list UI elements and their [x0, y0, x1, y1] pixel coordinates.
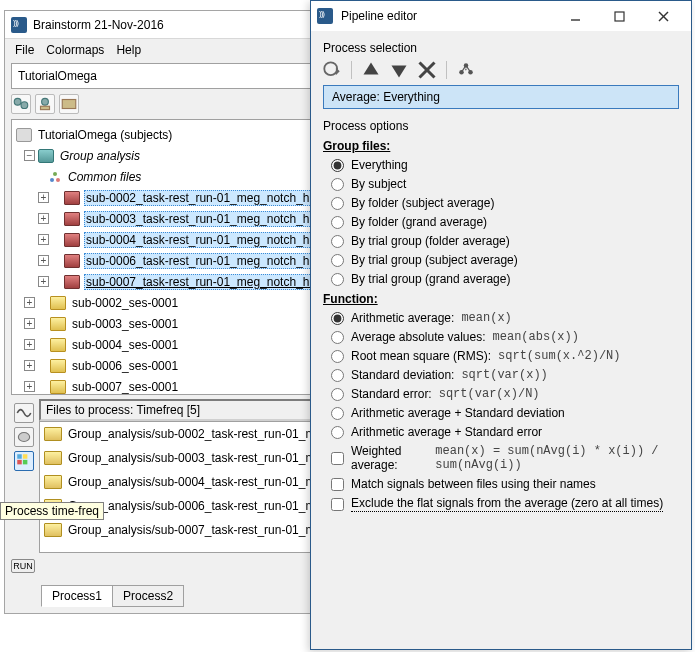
- folder-icon: [50, 296, 66, 310]
- filter-recordings-button[interactable]: [14, 403, 34, 423]
- expand-icon[interactable]: +: [24, 297, 35, 308]
- svg-point-2: [42, 98, 49, 105]
- selected-process[interactable]: Average: Everything: [323, 85, 679, 109]
- radio-by-trial-grand[interactable]: By trial group (grand average): [331, 272, 679, 286]
- file-label: Group_analysis/sub-0007_task-rest_run-01…: [68, 523, 322, 537]
- radio-everything[interactable]: Everything: [331, 158, 679, 172]
- timefreq-icon: [64, 254, 80, 268]
- radio-se[interactable]: Standard error: sqrt(var(x)/N): [331, 387, 679, 401]
- selected-process-label: Average: Everything: [332, 90, 440, 104]
- dialog-title: Pipeline editor: [341, 9, 553, 23]
- maximize-button[interactable]: [597, 1, 641, 31]
- radio-input[interactable]: [331, 197, 344, 210]
- svg-rect-10: [23, 454, 28, 459]
- radio-input[interactable]: [331, 273, 344, 286]
- radio-input[interactable]: [331, 369, 344, 382]
- radio-label: By trial group (folder average): [351, 234, 510, 248]
- view-studies-button[interactable]: [35, 94, 55, 114]
- radio-rms[interactable]: Root mean square (RMS): sqrt(sum(x.^2)/N…: [331, 349, 679, 363]
- radio-label: By subject: [351, 177, 406, 191]
- folder-icon: [50, 338, 66, 352]
- expand-icon[interactable]: +: [24, 318, 35, 329]
- expand-icon[interactable]: +: [38, 255, 49, 266]
- filter-sources-button[interactable]: [14, 427, 34, 447]
- radio-label: Arithmetic average:: [351, 311, 454, 325]
- expand-icon[interactable]: +: [38, 192, 49, 203]
- radio-avg-plus-se[interactable]: Arithmetic average + Standard error: [331, 425, 679, 439]
- svg-point-1: [21, 102, 28, 109]
- view-subjects-button[interactable]: [11, 94, 31, 114]
- checkbox-input[interactable]: [331, 452, 344, 465]
- collapse-icon[interactable]: −: [24, 150, 35, 161]
- minimize-button[interactable]: [553, 1, 597, 31]
- formula: mean(x) = sum(nAvg(i) * x(i)) / sum(nAvg…: [435, 444, 679, 472]
- radio-input[interactable]: [331, 312, 344, 325]
- folder-icon: [50, 380, 66, 394]
- check-match-signals[interactable]: Match signals between files using their …: [331, 477, 679, 491]
- dialog-titlebar[interactable]: Pipeline editor: [311, 1, 691, 31]
- view-protocols-button[interactable]: [59, 94, 79, 114]
- tab-process1[interactable]: Process1: [41, 585, 113, 607]
- radio-arithmetic-average[interactable]: Arithmetic average: mean(x): [331, 311, 679, 325]
- formula: mean(x): [461, 311, 511, 325]
- svg-rect-4: [62, 100, 76, 109]
- radio-input[interactable]: [331, 331, 344, 344]
- subject-label: sub-0003_ses-0001: [70, 316, 180, 332]
- pipeline-menu-button[interactable]: [457, 61, 475, 79]
- expand-icon[interactable]: +: [24, 381, 35, 392]
- expand-icon[interactable]: +: [24, 360, 35, 371]
- subject-label: sub-0006_ses-0001: [70, 358, 180, 374]
- run-button[interactable]: RUN: [11, 559, 35, 573]
- checkbox-input[interactable]: [331, 498, 344, 511]
- radio-input[interactable]: [331, 178, 344, 191]
- radio-by-trial-subject[interactable]: By trial group (subject average): [331, 253, 679, 267]
- expand-icon[interactable]: +: [38, 213, 49, 224]
- delete-process-button[interactable]: [418, 61, 436, 79]
- radio-by-subject[interactable]: By subject: [331, 177, 679, 191]
- radio-by-folder-grand[interactable]: By folder (grand average): [331, 215, 679, 229]
- radio-input[interactable]: [331, 159, 344, 172]
- folder-icon: [44, 427, 62, 441]
- close-button[interactable]: [641, 1, 685, 31]
- menu-colormaps[interactable]: Colormaps: [46, 43, 104, 57]
- protocol-name: TutorialOmega: [18, 69, 97, 83]
- radio-input[interactable]: [331, 388, 344, 401]
- expand-icon[interactable]: +: [38, 234, 49, 245]
- radio-input[interactable]: [331, 350, 344, 363]
- radio-label: Standard deviation:: [351, 368, 454, 382]
- svg-point-17: [324, 62, 337, 75]
- svg-rect-3: [41, 106, 50, 109]
- radio-input[interactable]: [331, 426, 344, 439]
- add-process-button[interactable]: [323, 61, 341, 79]
- radio-label: Everything: [351, 158, 408, 172]
- folder-icon: [50, 317, 66, 331]
- tab-process2[interactable]: Process2: [112, 585, 184, 607]
- check-weighted-average[interactable]: Weighted average: mean(x) = sum(nAvg(i) …: [331, 444, 679, 472]
- expand-icon[interactable]: +: [38, 276, 49, 287]
- radio-input[interactable]: [331, 235, 344, 248]
- menu-file[interactable]: File: [15, 43, 34, 57]
- radio-abs-average[interactable]: Average absolute values: mean(abs(x)): [331, 330, 679, 344]
- radio-by-folder-subject[interactable]: By folder (subject average): [331, 196, 679, 210]
- common-files-icon: [48, 170, 62, 184]
- radio-avg-plus-std[interactable]: Arithmetic average + Standard deviation: [331, 406, 679, 420]
- check-label: Weighted average:: [351, 444, 428, 472]
- radio-input[interactable]: [331, 216, 344, 229]
- menu-help[interactable]: Help: [116, 43, 141, 57]
- checkbox-input[interactable]: [331, 478, 344, 491]
- radio-input[interactable]: [331, 254, 344, 267]
- expand-icon[interactable]: +: [24, 339, 35, 350]
- check-exclude-flat[interactable]: Exclude the flat signals from the averag…: [331, 496, 679, 512]
- radio-input[interactable]: [331, 407, 344, 420]
- toolbar-separator: [351, 61, 352, 79]
- radio-std[interactable]: Standard deviation: sqrt(var(x)): [331, 368, 679, 382]
- svg-point-8: [18, 433, 29, 442]
- filter-timefreq-button[interactable]: [14, 451, 34, 471]
- radio-by-trial-folder[interactable]: By trial group (folder average): [331, 234, 679, 248]
- move-up-button[interactable]: [362, 61, 380, 79]
- move-down-button[interactable]: [390, 61, 408, 79]
- brainstorm-logo-icon: [11, 17, 27, 33]
- process-options-label: Process options: [323, 119, 679, 133]
- group-label: Group analysis: [58, 148, 142, 164]
- radio-label: Arithmetic average + Standard deviation: [351, 406, 565, 420]
